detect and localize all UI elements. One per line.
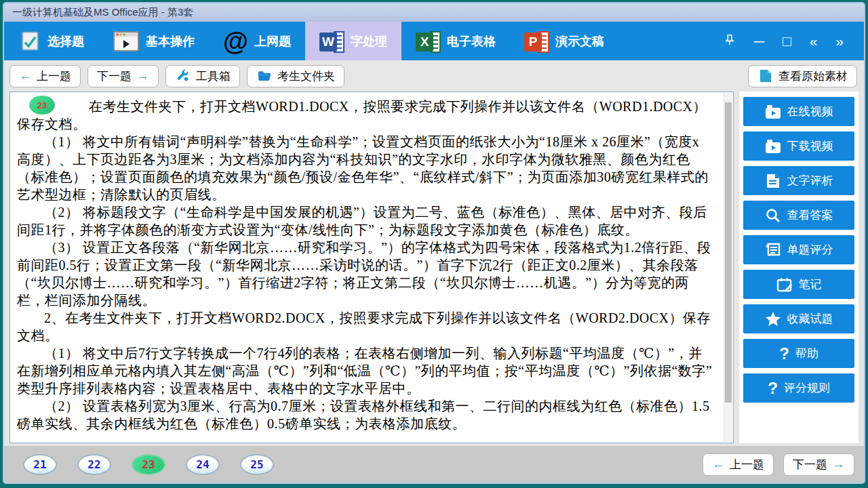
tab-label: 基本操作: [146, 33, 195, 49]
document-icon: [757, 68, 774, 84]
online-video-button[interactable]: 在线视频: [743, 97, 854, 126]
question-paragraph: （1） 将文中所有错词“声明科学”替换为“生命科学”；设置文档页面的纸张大小为“…: [17, 133, 713, 203]
file-text-icon: [765, 173, 781, 189]
next-question-label: 下一题: [793, 457, 827, 472]
question-content: 23 在考生文件夹下，打开文档WORD1.DOCX，按照要求完成下列操作并以该文…: [9, 92, 734, 443]
view-original-material-button[interactable]: 查看原始素材: [748, 65, 857, 87]
scrollbar-thumb[interactable]: [725, 102, 732, 403]
video-icon: [765, 138, 781, 155]
video-icon: [765, 104, 781, 120]
question-text: 在考生文件夹下，打开文档WORD1.DOCX，按照要求完成下列操作并以该文件名（…: [17, 98, 713, 432]
sidebar-label: 文字评析: [787, 173, 833, 188]
toolbar: ← 上一题 下一题 → 工具箱 考生文件夹 查看原始素材: [4, 60, 864, 92]
question-paragraph: （2） 将标题段文字（“生命科学是中国发展的机遇”）设置为二号、蓝色（标准色）、…: [17, 203, 713, 239]
student-folder-label: 考生文件夹: [277, 68, 335, 84]
prev-question-button-bottom[interactable]: ← 上一题: [703, 453, 774, 476]
tab-label: 电子表格: [447, 33, 496, 49]
sidebar-label: 评分规则: [784, 380, 830, 396]
tab-presentation[interactable]: P 演示文稿: [510, 22, 618, 60]
double-chevron-right-button[interactable]: »: [835, 34, 844, 48]
scoring-rules-button[interactable]: ? 评分规则: [743, 373, 854, 403]
pin-icon[interactable]: [724, 34, 736, 48]
star-icon: [765, 311, 781, 327]
word-icon: W: [319, 30, 344, 53]
sidebar-label: 查看答案: [787, 207, 833, 223]
sidebar-label: 收藏试题: [787, 311, 833, 327]
maximize-button[interactable]: □: [783, 34, 791, 48]
tab-internet[interactable]: @ 上网题: [209, 22, 305, 60]
tab-bar-spacer: [618, 22, 724, 60]
download-video-button[interactable]: 下载视频: [743, 131, 854, 161]
question-paragraph: 2、在考生文件夹下，打开文档WORD2.DOCX，按照要求完成下列操作并以该文件…: [17, 309, 713, 344]
arrow-right-icon: →: [136, 68, 149, 83]
tab-label: 字处理: [351, 33, 387, 49]
app-window: 一级计算机基础及MS Office应用 - 第3套 选择题 基本操作 @ 上网题…: [3, 2, 865, 484]
at-icon: @: [223, 28, 248, 54]
main-area: 23 在考生文件夹下，打开文档WORD1.DOCX，按照要求完成下列操作并以该文…: [4, 92, 864, 446]
minimize-button[interactable]: ─: [754, 34, 764, 48]
question-paragraph: （1） 将文中后7行文字转换成一个7行4列的表格；在表格右侧增加一列、输入列标题…: [17, 344, 713, 397]
title-bar: 一级计算机基础及MS Office应用 - 第3套: [4, 3, 864, 22]
question-mark-icon: ?: [768, 380, 778, 396]
sidebar-label: 在线视频: [787, 104, 833, 119]
folder-icon: [256, 68, 273, 84]
question-number-21[interactable]: 21: [23, 454, 57, 475]
notebook-icon: [776, 277, 793, 293]
tab-multiple-choice[interactable]: 选择题: [4, 22, 98, 60]
text-analysis-button[interactable]: 文字评析: [743, 166, 854, 195]
next-question-label: 下一题: [97, 68, 132, 84]
help-button[interactable]: ? 帮助: [743, 339, 854, 368]
tab-basic-operations[interactable]: 基本操作: [98, 22, 209, 60]
toolbox-label: 工具箱: [196, 68, 231, 84]
wrench-icon: [175, 68, 191, 84]
question-paragraph: （3） 设置正文各段落（“新华网北京……研究和学习。”）的字体格式为四号宋体，段…: [17, 239, 713, 309]
window-icon: [113, 30, 140, 52]
pager-bar: 21 22 23 24 25 ← 上一题 下一题 →: [4, 446, 864, 483]
pager-nav: ← 上一题 下一题 →: [703, 453, 854, 476]
question-paragraph: 在考生文件夹下，打开文档WORD1.DOCX，按照要求完成下列操作并以该文件名（…: [17, 98, 713, 133]
tab-bar: 选择题 基本操作 @ 上网题 W 字处理 X 电子表格: [4, 22, 864, 60]
question-number-23-active[interactable]: 23: [132, 454, 165, 475]
tab-label: 演示文稿: [555, 33, 604, 49]
search-icon: [765, 207, 781, 224]
view-original-material-label: 查看原始素材: [778, 68, 848, 84]
prev-question-label: 上一题: [730, 457, 764, 472]
tab-label: 上网题: [254, 33, 291, 49]
question-paragraph: （2） 设置表格列宽为3厘米、行高为0.7厘米；设置表格外框线和第一、二行间的内…: [17, 397, 713, 432]
tab-spreadsheet[interactable]: X 电子表格: [401, 22, 510, 60]
question-number-22[interactable]: 22: [77, 454, 111, 475]
window-title: 一级计算机基础及MS Office应用 - 第3套: [12, 6, 193, 19]
sidebar-label: 单题评分: [787, 242, 833, 258]
question-number-badge: 23: [29, 96, 55, 115]
window-controls: ─ □ « »: [724, 22, 864, 60]
view-answer-button[interactable]: 查看答案: [743, 201, 854, 230]
excel-icon: X: [416, 30, 441, 53]
question-number-25[interactable]: 25: [240, 454, 274, 475]
favorite-question-button[interactable]: 收藏试题: [743, 304, 854, 333]
student-folder-button[interactable]: 考生文件夹: [247, 65, 344, 87]
sidebar-label: 笔记: [799, 277, 822, 292]
scroll-icon: [765, 242, 781, 258]
checklist-icon: [18, 30, 41, 53]
tab-label: 选择题: [47, 33, 84, 49]
notes-button[interactable]: 笔记: [743, 270, 854, 299]
sidebar-label: 帮助: [795, 346, 818, 361]
tab-word-processing[interactable]: W 字处理: [305, 22, 401, 60]
next-question-button-top[interactable]: 下一题 →: [87, 65, 159, 87]
prev-question-button-top[interactable]: ← 上一题: [9, 65, 81, 87]
score-question-button[interactable]: 单题评分: [743, 235, 854, 264]
sidebar: 在线视频 下载视频 文字评析 查看答案: [739, 92, 859, 443]
next-question-button-bottom[interactable]: 下一题 →: [783, 453, 854, 476]
powerpoint-icon: P: [524, 30, 549, 53]
arrow-left-icon: ←: [712, 457, 725, 472]
arrow-right-icon: →: [832, 457, 845, 472]
question-mark-icon: ?: [779, 346, 789, 362]
toolbox-button[interactable]: 工具箱: [165, 65, 240, 87]
double-chevron-left-button[interactable]: «: [810, 34, 818, 48]
prev-question-label: 上一题: [37, 68, 71, 84]
vertical-scrollbar[interactable]: [724, 93, 732, 442]
sidebar-label: 下载视频: [787, 138, 833, 154]
arrow-left-icon: ←: [19, 68, 32, 83]
question-number-24[interactable]: 24: [186, 454, 220, 475]
